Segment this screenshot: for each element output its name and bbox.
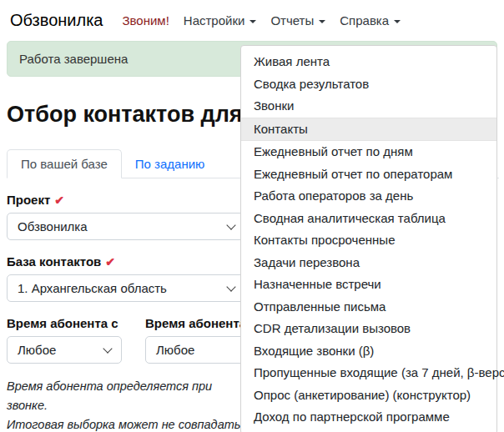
tab-by-task[interactable]: По заданию: [122, 150, 219, 178]
brand[interactable]: Обзвонилка: [10, 11, 103, 30]
chevron-down-icon: [226, 220, 235, 229]
menu-item-cdr-call-details[interactable]: CDR детализации вызовов: [241, 318, 496, 340]
note-line-2: Итоговая выборка может не совпадать с: [7, 415, 244, 432]
nav-item-reports[interactable]: Отчеты: [270, 13, 325, 28]
contact-base-select-value: 1. Архангельская область: [18, 280, 167, 296]
chevron-down-icon: [103, 344, 112, 353]
nav-item-settings-label: Настройки: [184, 13, 245, 28]
menu-item-partner-program-income[interactable]: Доход по партнерской программе: [241, 406, 496, 429]
menu-item-missed-incoming[interactable]: Пропущенные входящие (за 7 дней, β-верси…: [241, 362, 496, 384]
time-to-select-value: Любое: [156, 342, 194, 358]
time-from-label: Время абонента с: [7, 316, 122, 330]
required-icon: ✔: [105, 255, 115, 269]
menu-item-incoming-calls[interactable]: Входящие звонки (β): [241, 340, 496, 363]
menu-item-live-feed[interactable]: Живая лента: [241, 51, 496, 73]
menu-item-daily-report-by-operators[interactable]: Ежедневный отчет по операторам: [241, 163, 496, 186]
tab-by-your-base[interactable]: По вашей базе: [7, 149, 122, 178]
menu-item-overdue-contacts[interactable]: Контакты просроченные: [241, 229, 496, 252]
caret-down-icon: [319, 20, 325, 23]
menu-item-callback-tasks[interactable]: Задачи перезвона: [241, 252, 496, 274]
time-from-col: Время абонента с Любое: [7, 302, 122, 364]
contact-base-label-text: База контактов: [7, 254, 101, 269]
navbar: Обзвонилка Звоним! Настройки Отчеты Спра…: [0, 0, 504, 41]
menu-item-operators-work-per-day[interactable]: Работа операторов за день: [241, 185, 496, 208]
menu-item-results-summary[interactable]: Сводка результатов: [241, 73, 496, 96]
project-select-value: Обзвонилка: [18, 219, 88, 234]
menu-item-analytics-pivot-table[interactable]: Сводная аналитическая таблица: [241, 208, 496, 230]
project-label-text: Проект: [7, 193, 50, 207]
form-notes: Время абонента определяется при звонке. …: [7, 377, 244, 432]
menu-item-survey-constructor[interactable]: Опрос (анкетирование) (конструктор): [241, 384, 496, 407]
menu-item-calls[interactable]: Звонки: [241, 95, 496, 118]
nav-item-help[interactable]: Справка: [340, 13, 401, 28]
caret-down-icon: [394, 20, 401, 23]
menu-item-daily-report-by-days[interactable]: Ежедневный отчет по дням: [241, 141, 496, 163]
reports-dropdown-menu: Живая лента Сводка результатов Звонки Ко…: [240, 45, 497, 432]
nav-item-reports-label: Отчеты: [270, 13, 314, 28]
note-line-1: Время абонента определяется при звонке.: [7, 377, 244, 415]
caret-down-icon: [249, 20, 256, 23]
time-from-select-value: Любое: [18, 342, 56, 358]
chevron-down-icon: [226, 282, 235, 291]
nav-item-zvonim[interactable]: Звоним!: [122, 13, 169, 28]
nav-item-settings[interactable]: Настройки: [184, 13, 257, 28]
time-from-select[interactable]: Любое: [7, 336, 122, 364]
menu-item-contacts[interactable]: Контакты: [241, 118, 496, 142]
menu-item-sent-letters[interactable]: Отправленные письма: [241, 296, 496, 319]
contact-base-select[interactable]: 1. Архангельская область: [7, 274, 245, 302]
menu-item-scheduled-meetings[interactable]: Назначенные встречи: [241, 274, 496, 296]
project-select[interactable]: Обзвонилка: [7, 213, 245, 240]
nav-item-help-label: Справка: [340, 13, 389, 28]
required-icon: ✔: [54, 193, 64, 207]
